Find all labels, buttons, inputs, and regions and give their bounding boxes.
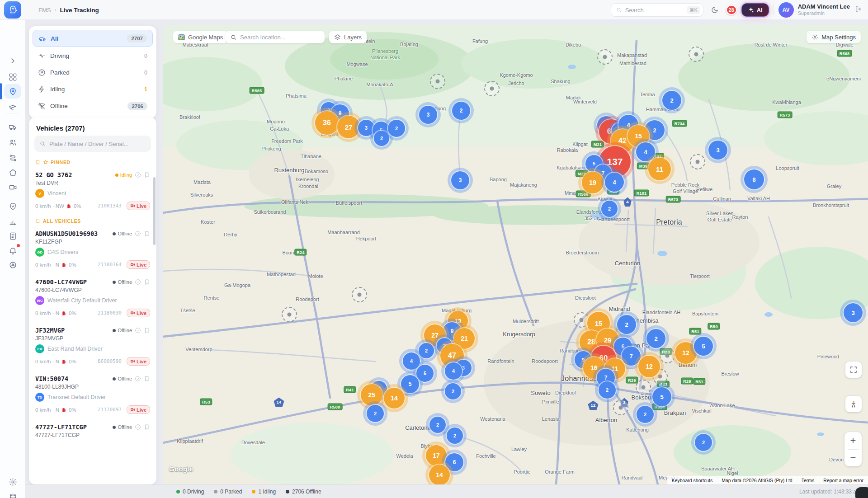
- map-cluster-marker[interactable]: 5: [652, 387, 671, 406]
- ai-assistant-button[interactable]: AI: [741, 3, 769, 17]
- sidebar-item-video[interactable]: [4, 180, 21, 194]
- vehicle-card-47600-lc74vwgp[interactable]: 47600-LC74VWGPOffline47600-LC74VWGPWCWat…: [29, 274, 156, 322]
- user-menu[interactable]: AV ADAM Vincent Lee Superadmin: [778, 2, 850, 18]
- map-cluster-marker[interactable]: 2: [452, 102, 470, 120]
- zoom-in-button[interactable]: +: [844, 432, 862, 449]
- avatar[interactable]: AV: [778, 2, 794, 18]
- map-settings-button[interactable]: Map Settings: [807, 31, 861, 43]
- sidebar-item-data-tools[interactable]: [4, 490, 21, 498]
- map-cluster-marker[interactable]: 2: [429, 417, 446, 433]
- corner-widget[interactable]: [855, 487, 868, 498]
- pin-bookmark-icon[interactable]: [144, 327, 150, 334]
- map-cluster-marker[interactable]: 2: [601, 201, 618, 217]
- map-cluster-marker[interactable]: 5: [416, 365, 434, 382]
- dark-mode-toggle[interactable]: [708, 3, 722, 17]
- live-tracking-map[interactable]: PretoriaJohannesburgRustenburgSowetoKrug…: [163, 25, 868, 484]
- map-cluster-marker[interactable]: 3: [844, 303, 863, 322]
- map-cluster-marker[interactable]: 4: [445, 362, 462, 380]
- sidebar-item-reports[interactable]: [4, 229, 21, 243]
- vehicle-card-jf32mvgp[interactable]: JF32MVGPOfflineJF32MVGPEREast Rand Mall …: [29, 322, 156, 371]
- filter-offline[interactable]: Offline2706: [33, 98, 153, 114]
- vehicle-search-input[interactable]: Plate / Name / Driver / Serial...: [34, 136, 151, 152]
- map-cluster-marker[interactable]: 3: [419, 106, 437, 124]
- filter-all[interactable]: All2707: [33, 30, 153, 47]
- live-stream-badge[interactable]: Live: [127, 202, 150, 210]
- live-stream-badge[interactable]: Live: [127, 309, 150, 317]
- map-cluster-marker[interactable]: 3: [358, 120, 374, 136]
- map-cluster-marker[interactable]: 2: [367, 405, 384, 422]
- breadcrumb-root[interactable]: FMS: [38, 7, 51, 14]
- map-cluster-marker[interactable]: 2: [617, 315, 636, 334]
- map-cluster-marker[interactable]: 2: [447, 428, 463, 444]
- map-cluster-marker[interactable]: 12: [638, 356, 660, 377]
- map-cluster-marker[interactable]: 5: [694, 337, 713, 356]
- map-cluster-marker[interactable]: 6: [445, 453, 463, 471]
- map-cluster-marker[interactable]: 4: [605, 173, 624, 192]
- map-cluster-marker[interactable]: 2: [445, 383, 461, 399]
- map-cluster-marker[interactable]: 2: [695, 434, 712, 451]
- notification-count-badge[interactable]: 28: [726, 5, 737, 15]
- health-check-icon[interactable]: [135, 376, 141, 382]
- map-cluster-marker[interactable]: 2: [388, 120, 405, 137]
- pin-bookmark-icon[interactable]: [144, 230, 150, 237]
- map-cluster-marker[interactable]: 14: [429, 465, 450, 484]
- pin-bookmark-icon[interactable]: [144, 424, 150, 430]
- map-cluster-marker[interactable]: 14: [384, 388, 405, 409]
- map-cluster-marker[interactable]: 17: [426, 445, 447, 466]
- map-cluster-marker[interactable]: 3: [451, 171, 469, 189]
- map-cluster-marker[interactable]: 5: [401, 375, 419, 393]
- report-map-error-link[interactable]: Report a map error: [823, 478, 863, 483]
- filter-driving[interactable]: Driving0: [33, 48, 153, 64]
- pegman-streetview-button[interactable]: [845, 396, 862, 412]
- map-cluster-marker[interactable]: 4: [636, 142, 655, 161]
- pin-bookmark-icon[interactable]: [144, 172, 150, 178]
- sidebar-item-alerts[interactable]: [4, 243, 21, 258]
- vehicle-card-adnusn1d5u0196903[interactable]: ADNUSN1D5U0196903OfflineKF11ZFGPGDG4S Dr…: [29, 226, 156, 274]
- health-check-icon[interactable]: [135, 327, 141, 334]
- map-cluster-marker[interactable]: 2: [419, 343, 434, 358]
- global-search-input[interactable]: Search ⌘K: [611, 3, 703, 17]
- sidebar-item-analytics[interactable]: [4, 214, 21, 229]
- map-cluster-marker[interactable]: 8: [744, 169, 764, 189]
- sidebar-item-routes[interactable]: [4, 150, 21, 165]
- health-check-icon[interactable]: [135, 230, 141, 237]
- vehicle-card-vin-50074[interactable]: VIN:50074Offline48100-LL89JHGPTDTransnet…: [29, 371, 156, 419]
- filter-parked[interactable]: Parked0: [33, 65, 153, 80]
- map-cluster-marker[interactable]: 2: [646, 329, 665, 348]
- sidebar-item-drivers[interactable]: [4, 135, 21, 150]
- sidebar-item-settings[interactable]: [4, 475, 21, 489]
- vehicle-card-52-go-3762[interactable]: 52 GO 3762IdlingTest DVRVVincent0 km/h ·…: [29, 167, 156, 215]
- terms-link[interactable]: Terms: [802, 478, 815, 483]
- map-cluster-marker[interactable]: 2: [374, 131, 389, 146]
- logout-button[interactable]: [854, 5, 863, 15]
- map-search-input[interactable]: Search location...: [225, 31, 325, 43]
- keyboard-shortcuts-link[interactable]: Keyboard shortcuts: [672, 478, 712, 483]
- sidebar-item-safety[interactable]: [4, 199, 21, 213]
- zoom-out-button[interactable]: −: [844, 450, 862, 467]
- health-check-icon[interactable]: [135, 424, 141, 430]
- basemap-provider-button[interactable]: Google Maps: [173, 31, 228, 43]
- filter-idling[interactable]: Idling1: [33, 81, 153, 97]
- map-cluster-marker[interactable]: 27: [337, 116, 360, 138]
- map-cluster-marker[interactable]: 2: [637, 406, 654, 423]
- map-cluster-marker[interactable]: 36: [315, 111, 339, 135]
- sidebar-item-live-tracking[interactable]: [4, 84, 21, 99]
- vehicle-card-47727-lf71tcgp[interactable]: 47727-LF71TCGPOffline47727-LF71TCGP: [29, 419, 156, 446]
- map-cluster-marker[interactable]: 7: [622, 347, 641, 366]
- layers-button[interactable]: Layers: [329, 31, 367, 43]
- sidebar-item-dashboard[interactable]: [4, 70, 21, 84]
- recenter-expand-button[interactable]: [845, 362, 862, 378]
- sidebar-item-diagnostics[interactable]: [4, 258, 21, 272]
- pin-bookmark-icon[interactable]: [144, 279, 150, 285]
- vehicle-list-scrollbar[interactable]: [153, 177, 156, 245]
- map-cluster-marker[interactable]: 3: [708, 141, 727, 160]
- app-logo-icon[interactable]: [4, 1, 21, 19]
- map-cluster-marker[interactable]: 4: [403, 352, 420, 370]
- map-cluster-marker[interactable]: 12: [675, 342, 697, 364]
- map-cluster-marker[interactable]: 2: [599, 381, 616, 399]
- map-cluster-marker[interactable]: 11: [648, 158, 671, 180]
- health-check-icon[interactable]: [135, 279, 141, 285]
- map-cluster-marker[interactable]: 19: [582, 172, 604, 193]
- live-stream-badge[interactable]: Live: [127, 405, 150, 414]
- map-cluster-marker[interactable]: 25: [361, 384, 382, 406]
